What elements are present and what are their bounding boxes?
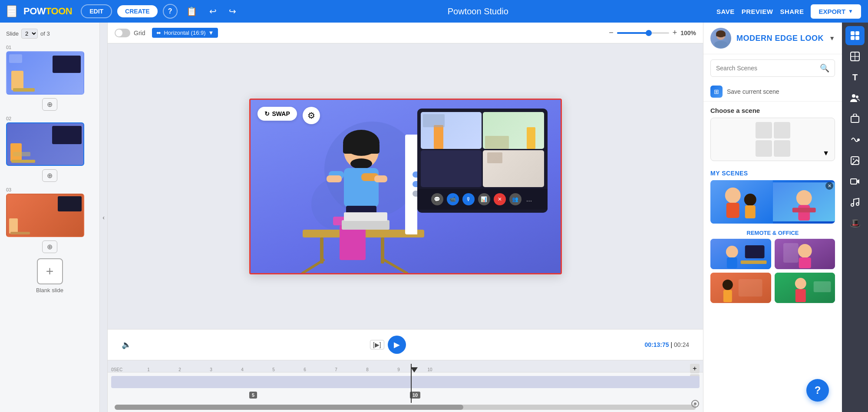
save-current-scene-button[interactable]: ⊞ Save current scene	[703, 82, 842, 102]
search-scenes-input[interactable]	[716, 65, 816, 72]
zoom-slider-track[interactable]	[617, 32, 669, 34]
svg-point-27	[725, 188, 741, 203]
scenes-panel-header: MODERN EDGE LOOK ▼	[703, 23, 842, 54]
app-title: Powtoon Studio	[245, 7, 711, 16]
search-icon[interactable]: 🔍	[820, 63, 829, 73]
audio-tool-button[interactable]	[845, 193, 865, 212]
undo-button[interactable]: ↩	[206, 4, 220, 18]
edit-button[interactable]: EDIT	[81, 4, 112, 18]
canvas-frame[interactable]: ↻ SWAP ⚙	[249, 99, 562, 274]
help-circle-button[interactable]: ?	[163, 4, 178, 19]
redo-button[interactable]: ↪	[225, 4, 240, 18]
playhead-arrow	[411, 367, 418, 372]
theme-name: MODERN EDGE LOOK	[736, 34, 824, 43]
slide-thumbnail-1[interactable]	[6, 51, 84, 95]
orientation-dropdown-icon: ▼	[208, 30, 214, 36]
props-tool-button[interactable]	[845, 109, 865, 129]
slide-number-1: 01	[6, 45, 93, 50]
svg-rect-47	[739, 279, 762, 297]
slide-thumbnail-2[interactable]	[6, 122, 84, 166]
text-tool-button[interactable]: T	[845, 68, 865, 87]
bracket-play-button[interactable]: [▶]	[370, 340, 384, 349]
slide-item-3[interactable]: 03	[0, 185, 99, 239]
save-scene-icon: ⊞	[710, 86, 723, 98]
total-time: 00:24	[674, 341, 689, 348]
remote-office-label[interactable]: REMOTE & OFFICE	[703, 227, 842, 239]
slide-label: Slide	[6, 30, 19, 37]
timeline-zoom-in[interactable]: +	[690, 364, 700, 373]
scene-card-2[interactable]	[775, 239, 835, 269]
play-button[interactable]: ▶	[388, 336, 406, 354]
svg-point-64	[853, 158, 854, 160]
user-avatar	[710, 28, 731, 49]
main-layout: Slide 213 of 3 01 ⊕ 02	[0, 23, 868, 412]
ruler-label-4: 4	[227, 367, 258, 372]
svg-rect-37	[727, 257, 737, 268]
scene-card-4[interactable]	[775, 273, 835, 303]
slide-thumbnail-3[interactable]	[6, 194, 84, 237]
svg-rect-6	[340, 225, 366, 260]
blank-slide-button[interactable]: + Blank slide	[0, 258, 99, 293]
video-tool-button[interactable]	[845, 172, 865, 191]
scene-preview-expand[interactable]: ▼	[822, 149, 829, 157]
slide-number-select[interactable]: 213	[21, 29, 38, 39]
hamburger-menu-button[interactable]: ☰	[7, 5, 17, 17]
grid-tool-button[interactable]	[845, 47, 865, 66]
media-tool-button[interactable]	[845, 151, 865, 170]
zoom-out-button[interactable]: −	[609, 28, 614, 37]
zoom-slider-thumb[interactable]	[646, 30, 652, 36]
ruler-label-7: 7	[320, 367, 352, 372]
scene-card-3[interactable]	[710, 273, 771, 303]
scene-preview-grid-icon	[756, 122, 790, 157]
grid-toggle: Grid	[115, 29, 145, 37]
slide-item-1[interactable]: 01	[0, 43, 99, 96]
orientation-selector[interactable]: ⬌ Horizontal (16:9) ▼	[152, 28, 218, 38]
create-button[interactable]: CREATE	[117, 5, 158, 17]
scene-card-1[interactable]	[710, 239, 771, 269]
zoom-slider-fill	[617, 32, 648, 34]
svg-point-36	[726, 246, 738, 258]
grid-toggle-switch[interactable]	[115, 29, 130, 37]
volume-button[interactable]: 🔈	[122, 340, 131, 349]
search-bar[interactable]: 🔍	[710, 59, 835, 77]
timeline-scroll-thumb[interactable]	[115, 405, 463, 410]
timeline-track[interactable]	[111, 376, 700, 388]
scene-close-button[interactable]: ✕	[825, 182, 833, 190]
svg-rect-28	[726, 203, 739, 218]
help-button[interactable]: ?	[806, 379, 829, 402]
theme-dropdown-arrow[interactable]: ▼	[829, 35, 835, 42]
orientation-icon: ⬌	[156, 30, 161, 36]
slide-add-after-1[interactable]: ⊕	[42, 98, 57, 111]
current-time: 00:13:75	[644, 341, 669, 348]
share-button[interactable]: SHARE	[780, 8, 804, 15]
svg-rect-54	[851, 36, 855, 40]
zoom-in-button[interactable]: +	[673, 28, 677, 37]
export-button[interactable]: EXPORT ▼	[811, 4, 861, 19]
ruler-label-2: 2	[164, 367, 195, 372]
characters-tool-button[interactable]	[845, 89, 865, 108]
svg-rect-53	[855, 31, 859, 35]
timeline-marker-5[interactable]: 5	[249, 392, 257, 399]
swap-button[interactable]: ↻ SWAP	[257, 107, 297, 121]
remote-office-banner[interactable]: ✕	[710, 180, 835, 224]
panel-collapse-handle[interactable]: ‹	[100, 23, 108, 412]
magic-tool-button[interactable]: 🎩	[845, 214, 865, 233]
svg-rect-13	[327, 175, 342, 182]
timeline-scroll-track[interactable]	[115, 405, 696, 410]
preview-button[interactable]: PREVIEW	[742, 8, 773, 15]
save-button[interactable]: SAVE	[716, 8, 735, 15]
svg-point-60	[856, 96, 858, 98]
canvas-wrapper: ↻ SWAP ⚙	[108, 43, 703, 329]
slide-add-after-3[interactable]: ⊕	[42, 241, 57, 253]
notes-button[interactable]: 📋	[183, 4, 201, 18]
animations-tool-button[interactable]	[845, 130, 865, 149]
toggle-knob	[116, 30, 122, 36]
timeline-target-icon	[691, 399, 700, 410]
slide-item-2[interactable]: 02	[0, 114, 99, 168]
scenes-tool-button[interactable]	[845, 26, 865, 45]
settings-button[interactable]: ⚙	[303, 107, 320, 124]
scene-preview-box[interactable]: ▼	[710, 118, 835, 161]
slide-add-after-2[interactable]: ⊕	[42, 169, 57, 182]
svg-point-32	[796, 190, 812, 206]
swap-icon: ↻	[264, 110, 270, 117]
